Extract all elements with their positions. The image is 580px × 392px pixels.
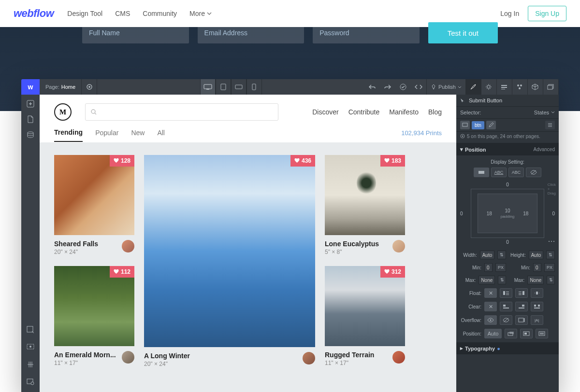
password-field[interactable] xyxy=(313,22,420,43)
tab-trending[interactable]: Trending xyxy=(54,128,83,142)
overflow-scroll[interactable] xyxy=(515,315,528,325)
position-absolute[interactable] xyxy=(520,329,533,338)
section-typography[interactable]: ▸Typography● xyxy=(456,342,559,354)
display-none[interactable] xyxy=(526,168,541,177)
site-nav-blog[interactable]: Blog xyxy=(428,108,442,116)
panel-tab-assets[interactable] xyxy=(528,79,543,95)
display-inline-block[interactable]: ABC xyxy=(491,168,507,177)
overflow-visible[interactable] xyxy=(484,315,497,325)
card-long-winter[interactable]: 436 A Long Winter20" × 24" xyxy=(144,155,315,367)
webflow-badge[interactable]: w xyxy=(21,79,40,95)
card-emerald-morning[interactable]: 112 An Emerald Morn...11" × 17" xyxy=(54,266,134,366)
canvas[interactable]: M Discover Contribute Manifesto Blog Tre… xyxy=(40,95,456,392)
display-block[interactable] xyxy=(474,168,489,177)
panel-tab-interactions[interactable] xyxy=(512,79,528,95)
max-width-field[interactable]: None xyxy=(478,276,495,284)
section-position[interactable]: ▾Position Advanced xyxy=(456,143,559,155)
panel-tab-pages[interactable] xyxy=(543,79,559,95)
min-width-field[interactable]: 0 xyxy=(484,263,493,272)
device-desktop[interactable] xyxy=(200,79,216,95)
avatar[interactable] xyxy=(392,351,405,364)
max-height-stepper[interactable]: ⇅ xyxy=(547,276,555,284)
site-search[interactable] xyxy=(85,103,278,121)
avatar[interactable] xyxy=(303,352,315,364)
site-logo[interactable]: M xyxy=(54,103,72,121)
site-nav-contribute[interactable]: Contribute xyxy=(348,108,380,116)
device-tablet[interactable] xyxy=(216,79,231,95)
add-element-button[interactable] xyxy=(24,98,37,110)
tab-new[interactable]: New xyxy=(131,129,145,141)
avatar[interactable] xyxy=(392,240,405,252)
webflow-logo[interactable]: webflow xyxy=(14,7,54,20)
card-sheared-falls[interactable]: 128 Sheared Falls20" × 24" xyxy=(54,155,134,255)
guides-button[interactable] xyxy=(24,358,37,371)
nav-link-more[interactable]: More xyxy=(189,10,212,17)
publish-dropdown[interactable]: Publish xyxy=(426,79,466,95)
like-badge[interactable]: 128 xyxy=(110,155,134,167)
panel-tab-layout[interactable] xyxy=(497,79,512,95)
card-lone-eucalyptus[interactable]: 183 Lone Eucalyptus5" × 8" xyxy=(325,155,405,255)
check-button[interactable] xyxy=(395,79,411,95)
height-field[interactable]: Auto xyxy=(529,251,544,259)
box-model-menu[interactable] xyxy=(548,240,555,243)
edit-selector[interactable] xyxy=(486,121,496,129)
min-height-unit[interactable]: PX xyxy=(544,263,555,272)
avatar[interactable] xyxy=(122,351,134,364)
device-mobile[interactable] xyxy=(246,79,262,95)
preview-button[interactable] xyxy=(82,79,97,95)
nav-link-community[interactable]: Community xyxy=(143,10,177,17)
page-selector[interactable]: Page: Home xyxy=(40,79,82,95)
max-height-field[interactable]: None xyxy=(527,276,544,284)
height-stepper[interactable]: ⇅ xyxy=(546,251,555,259)
width-field[interactable]: Auto xyxy=(480,251,495,259)
clear-left[interactable] xyxy=(500,302,512,311)
signup-button[interactable]: Sign Up xyxy=(528,6,566,21)
card-rugged-terrain[interactable]: 312 Rugged Terrain11" × 17" xyxy=(325,266,405,366)
xray-button[interactable] xyxy=(24,341,37,353)
min-width-unit[interactable]: PX xyxy=(495,263,506,272)
cms-button[interactable] xyxy=(24,128,37,141)
fullname-field[interactable] xyxy=(82,22,189,43)
redo-button[interactable] xyxy=(380,79,395,95)
like-badge[interactable]: 436 xyxy=(290,155,315,167)
overflow-hidden[interactable] xyxy=(500,315,512,325)
position-relative[interactable] xyxy=(505,329,517,338)
nav-link-cms[interactable]: CMS xyxy=(115,10,130,17)
float-right[interactable] xyxy=(515,288,528,298)
clear-both[interactable] xyxy=(531,302,543,311)
navigator-button[interactable] xyxy=(24,323,37,336)
avatar[interactable] xyxy=(122,240,134,252)
code-button[interactable] xyxy=(411,79,426,95)
float-left[interactable] xyxy=(500,288,512,298)
class-tag-btn[interactable]: btn xyxy=(472,121,484,129)
tab-popular[interactable]: Popular xyxy=(95,129,118,141)
overflow-auto[interactable]: |A| xyxy=(531,315,543,325)
like-badge[interactable]: 312 xyxy=(380,266,405,278)
site-nav-discover[interactable]: Discover xyxy=(312,108,338,116)
panel-tab-style[interactable] xyxy=(466,79,481,95)
test-it-out-button[interactable]: Test it out xyxy=(428,22,498,43)
tab-all[interactable]: All xyxy=(157,129,165,141)
float-none[interactable]: ✕ xyxy=(484,288,497,298)
box-model[interactable]: 0 0 0 0 18 10 padding 18 Click+Drag xyxy=(460,182,555,245)
like-badge[interactable]: 112 xyxy=(110,266,134,278)
max-width-stepper[interactable]: ⇅ xyxy=(498,276,506,284)
site-nav-manifesto[interactable]: Manifesto xyxy=(389,108,419,116)
position-fixed[interactable] xyxy=(536,329,548,338)
panel-tab-settings[interactable] xyxy=(481,79,497,95)
clear-right[interactable] xyxy=(515,302,528,311)
display-inline[interactable]: ABC xyxy=(508,168,524,177)
undo-button[interactable] xyxy=(364,79,380,95)
like-badge[interactable]: 183 xyxy=(380,155,405,167)
nav-link-design-tool[interactable]: Design Tool xyxy=(67,10,102,17)
pages-button[interactable] xyxy=(24,113,37,126)
advanced-toggle[interactable]: Advanced xyxy=(534,147,555,152)
element-crumb[interactable]: Submit Button xyxy=(456,95,559,107)
selector-scope-icon[interactable] xyxy=(460,121,470,129)
device-tablet-landscape[interactable] xyxy=(231,79,246,95)
float-center[interactable] xyxy=(531,288,543,298)
email-field[interactable] xyxy=(198,22,304,43)
audit-button[interactable] xyxy=(24,376,37,388)
selector-menu[interactable] xyxy=(545,121,555,129)
clear-none[interactable]: ✕ xyxy=(484,302,497,311)
